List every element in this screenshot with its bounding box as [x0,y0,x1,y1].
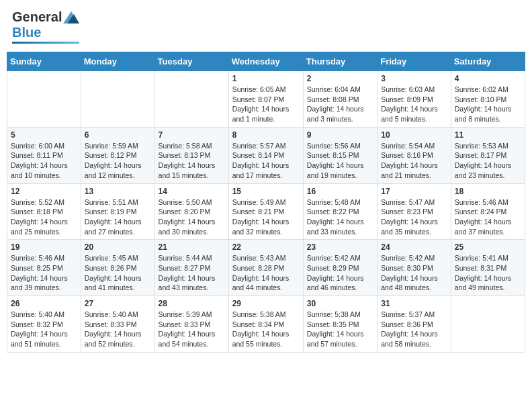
day-info: Sunrise: 5:56 AMSunset: 8:15 PMDaylight:… [307,141,373,181]
calendar-cell: 31Sunrise: 5:37 AMSunset: 8:36 PMDayligh… [378,296,451,353]
day-number: 5 [11,130,77,140]
day-info: Sunrise: 5:39 AMSunset: 8:33 PMDaylight:… [159,310,225,349]
day-number: 3 [381,74,447,83]
calendar-cell [7,71,81,128]
col-header-thursday: Thursday [303,52,377,71]
col-header-saturday: Saturday [451,52,525,71]
calendar-cell: 17Sunrise: 5:47 AMSunset: 8:23 PMDayligh… [378,183,451,240]
day-number: 17 [381,187,447,196]
day-number: 9 [307,130,373,140]
day-info: Sunrise: 5:53 AMSunset: 8:17 PMDaylight:… [455,141,521,181]
day-number: 21 [159,242,225,252]
day-info: Sunrise: 5:45 AMSunset: 8:26 PMDaylight:… [85,253,151,293]
day-number: 13 [85,187,151,196]
calendar-cell: 25Sunrise: 5:41 AMSunset: 8:31 PMDayligh… [451,240,525,296]
day-number: 19 [11,242,77,252]
day-number: 31 [381,299,447,308]
day-number: 27 [85,299,151,308]
day-number: 4 [455,74,521,83]
page-header: General Blue [7,7,525,46]
day-info: Sunrise: 5:37 AMSunset: 8:36 PMDaylight:… [381,310,447,349]
logo: General Blue [12,9,79,44]
col-header-wednesday: Wednesday [228,52,303,71]
day-number: 22 [232,242,300,252]
day-info: Sunrise: 5:40 AMSunset: 8:32 PMDaylight:… [11,310,77,349]
day-number: 11 [455,130,521,140]
logo-icon [63,11,79,24]
day-info: Sunrise: 5:49 AMSunset: 8:21 PMDaylight:… [232,197,300,237]
week-row-1: 1Sunrise: 6:05 AMSunset: 8:07 PMDaylight… [7,71,525,128]
day-info: Sunrise: 6:04 AMSunset: 8:08 PMDaylight:… [307,85,373,124]
day-info: Sunrise: 5:41 AMSunset: 8:31 PMDaylight:… [455,253,521,293]
day-info: Sunrise: 6:00 AMSunset: 8:11 PMDaylight:… [11,141,77,181]
day-number: 25 [455,242,521,252]
day-number: 1 [232,74,300,83]
calendar-cell: 9Sunrise: 5:56 AMSunset: 8:15 PMDaylight… [303,127,377,183]
day-number: 29 [232,299,300,308]
calendar-cell: 14Sunrise: 5:50 AMSunset: 8:20 PMDayligh… [154,183,228,240]
logo-blue: Blue [12,25,41,40]
day-info: Sunrise: 6:05 AMSunset: 8:07 PMDaylight:… [232,85,300,124]
week-row-4: 19Sunrise: 5:46 AMSunset: 8:25 PMDayligh… [7,240,525,296]
day-number: 24 [381,242,447,252]
calendar-cell: 27Sunrise: 5:40 AMSunset: 8:33 PMDayligh… [81,296,154,353]
col-header-friday: Friday [378,52,451,71]
calendar-cell: 5Sunrise: 6:00 AMSunset: 8:11 PMDaylight… [7,127,81,183]
day-info: Sunrise: 5:42 AMSunset: 8:29 PMDaylight:… [307,253,373,293]
day-info: Sunrise: 5:54 AMSunset: 8:16 PMDaylight:… [381,141,447,181]
day-info: Sunrise: 5:57 AMSunset: 8:14 PMDaylight:… [232,141,300,181]
day-info: Sunrise: 6:02 AMSunset: 8:10 PMDaylight:… [455,85,521,124]
calendar-table: SundayMondayTuesdayWednesdayThursdayFrid… [7,52,525,353]
calendar-cell: 23Sunrise: 5:42 AMSunset: 8:29 PMDayligh… [303,240,377,296]
calendar-cell: 15Sunrise: 5:49 AMSunset: 8:21 PMDayligh… [228,183,303,240]
week-row-2: 5Sunrise: 6:00 AMSunset: 8:11 PMDaylight… [7,127,525,183]
day-info: Sunrise: 5:52 AMSunset: 8:18 PMDaylight:… [11,197,77,237]
calendar-cell: 7Sunrise: 5:58 AMSunset: 8:13 PMDaylight… [154,127,228,183]
calendar-cell: 18Sunrise: 5:46 AMSunset: 8:24 PMDayligh… [451,183,525,240]
calendar-cell [451,296,525,353]
calendar-cell: 29Sunrise: 5:38 AMSunset: 8:34 PMDayligh… [228,296,303,353]
calendar-cell: 8Sunrise: 5:57 AMSunset: 8:14 PMDaylight… [228,127,303,183]
week-row-5: 26Sunrise: 5:40 AMSunset: 8:32 PMDayligh… [7,296,525,353]
calendar-cell: 26Sunrise: 5:40 AMSunset: 8:32 PMDayligh… [7,296,81,353]
day-info: Sunrise: 5:50 AMSunset: 8:20 PMDaylight:… [159,197,225,237]
day-info: Sunrise: 5:42 AMSunset: 8:30 PMDaylight:… [381,253,447,293]
calendar-cell: 24Sunrise: 5:42 AMSunset: 8:30 PMDayligh… [378,240,451,296]
day-info: Sunrise: 5:46 AMSunset: 8:24 PMDaylight:… [455,197,521,237]
day-number: 26 [11,299,77,308]
day-number: 10 [381,130,447,140]
day-number: 30 [307,299,373,308]
calendar-cell: 20Sunrise: 5:45 AMSunset: 8:26 PMDayligh… [81,240,154,296]
calendar-cell: 12Sunrise: 5:52 AMSunset: 8:18 PMDayligh… [7,183,81,240]
day-number: 18 [455,187,521,196]
col-header-sunday: Sunday [7,52,81,71]
day-info: Sunrise: 5:38 AMSunset: 8:35 PMDaylight:… [307,310,373,349]
day-info: Sunrise: 5:48 AMSunset: 8:22 PMDaylight:… [307,197,373,237]
day-number: 16 [307,187,373,196]
day-info: Sunrise: 5:40 AMSunset: 8:33 PMDaylight:… [85,310,151,349]
calendar-cell: 10Sunrise: 5:54 AMSunset: 8:16 PMDayligh… [378,127,451,183]
logo-general: General [12,9,62,25]
day-number: 12 [11,187,77,196]
calendar-cell: 19Sunrise: 5:46 AMSunset: 8:25 PMDayligh… [7,240,81,296]
calendar-cell: 22Sunrise: 5:43 AMSunset: 8:28 PMDayligh… [228,240,303,296]
calendar-cell: 3Sunrise: 6:03 AMSunset: 8:09 PMDaylight… [378,71,451,128]
calendar-cell: 13Sunrise: 5:51 AMSunset: 8:19 PMDayligh… [81,183,154,240]
day-info: Sunrise: 5:43 AMSunset: 8:28 PMDaylight:… [232,253,300,293]
day-info: Sunrise: 5:38 AMSunset: 8:34 PMDaylight:… [232,310,300,349]
day-info: Sunrise: 5:58 AMSunset: 8:13 PMDaylight:… [159,141,225,181]
calendar-cell: 16Sunrise: 5:48 AMSunset: 8:22 PMDayligh… [303,183,377,240]
day-number: 28 [159,299,225,308]
day-info: Sunrise: 5:47 AMSunset: 8:23 PMDaylight:… [381,197,447,237]
calendar-cell: 2Sunrise: 6:04 AMSunset: 8:08 PMDaylight… [303,71,377,128]
calendar-cell: 30Sunrise: 5:38 AMSunset: 8:35 PMDayligh… [303,296,377,353]
calendar-cell: 4Sunrise: 6:02 AMSunset: 8:10 PMDaylight… [451,71,525,128]
col-header-monday: Monday [81,52,154,71]
day-number: 23 [307,242,373,252]
day-number: 15 [232,187,300,196]
calendar-cell: 21Sunrise: 5:44 AMSunset: 8:27 PMDayligh… [154,240,228,296]
day-number: 7 [159,130,225,140]
day-number: 20 [85,242,151,252]
col-header-tuesday: Tuesday [154,52,228,71]
calendar-cell [81,71,154,128]
